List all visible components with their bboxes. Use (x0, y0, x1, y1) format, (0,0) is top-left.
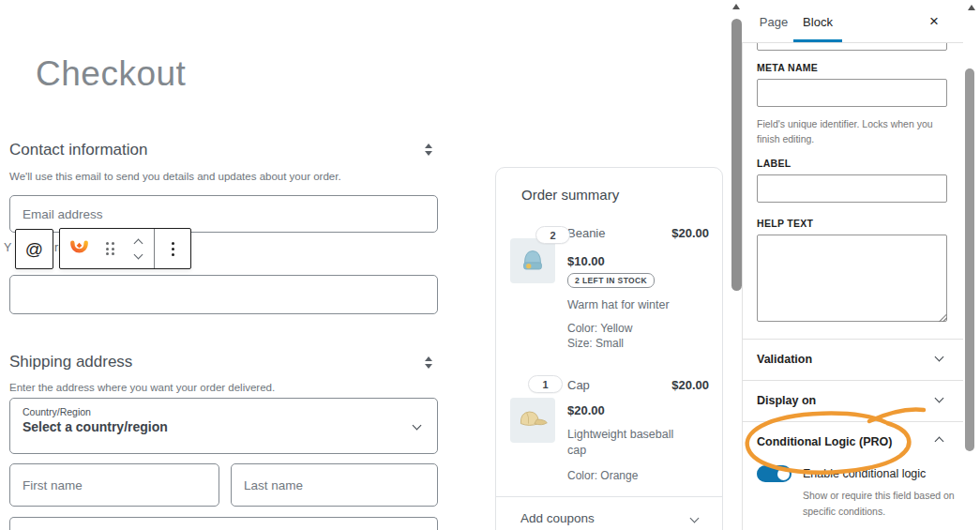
tab-block[interactable]: Block (793, 0, 842, 43)
order-summary-heading: Order summary (521, 187, 619, 203)
item-unit-price: $10.00 (567, 254, 605, 268)
stock-badge: 2 LEFT IN STOCK (567, 273, 655, 288)
item-unit-price: $20.00 (567, 403, 605, 417)
contact-description: We'll use this email to send you details… (9, 171, 341, 182)
partial-input[interactable] (9, 517, 438, 530)
email-input[interactable] (9, 195, 438, 233)
accordion-display-on[interactable]: Display on (742, 380, 963, 421)
email-block-type-button[interactable]: @ (15, 229, 53, 269)
beanie-illustration (517, 245, 549, 277)
label-label: LABEL (757, 158, 792, 169)
accordion-label: Validation (757, 353, 812, 366)
move-down-icon[interactable] (425, 151, 432, 156)
plugin-logo-icon (68, 236, 90, 261)
tab-page[interactable]: Page (755, 0, 792, 43)
contact-section-heading: Contact information (9, 141, 147, 159)
move-down-icon[interactable] (425, 364, 432, 369)
country-select-label: Country/Region (23, 406, 425, 417)
chevron-up-icon (935, 437, 944, 447)
add-coupons-label: Add coupons (520, 511, 595, 525)
first-name-input[interactable] (9, 463, 219, 507)
item-attribute: Size: Small (567, 336, 624, 352)
accordion-label: Display on (757, 394, 816, 407)
quantity-badge: 2 (535, 226, 570, 244)
enable-conditional-logic-toggle[interactable] (757, 465, 792, 482)
active-tab-indicator (793, 39, 842, 42)
shipping-section-heading: Shipping address (9, 353, 132, 371)
conditional-description: Show or require this field based on spec… (803, 488, 956, 520)
item-description: Lightweight baseball cap (567, 427, 680, 459)
at-symbol-icon: @ (25, 239, 43, 260)
block-toolbar (59, 228, 191, 269)
cap-illustration (516, 406, 550, 434)
accordion-validation[interactable]: Validation (742, 339, 963, 380)
chevron-down-icon (935, 394, 944, 403)
product-image-beanie (510, 238, 555, 283)
scroll-up-arrow[interactable] (968, 5, 975, 10)
product-image-cap (510, 398, 555, 443)
plugin-logo-button[interactable] (60, 229, 98, 268)
item-attribute: Color: Yellow (567, 321, 632, 337)
country-select-value: Select a country/region (23, 419, 425, 434)
country-select[interactable]: Country/Region Select a country/region (9, 398, 438, 454)
contact-reorder-control[interactable] (422, 144, 435, 156)
move-up-icon[interactable] (425, 356, 432, 361)
shipping-reorder-control[interactable] (422, 356, 435, 369)
order-summary-card: Order summary 2 Beanie $20.00 $10.00 2 L… (495, 167, 723, 530)
toggle-label: Enable conditional logic (803, 467, 926, 480)
drag-handle-icon (106, 242, 114, 255)
meta-name-help: Field's unique identifier. Locks when yo… (757, 116, 954, 147)
last-name-input[interactable] (231, 463, 438, 507)
shipping-description: Enter the address where you want your or… (9, 382, 275, 393)
sidebar-header: Page Block × (742, 0, 963, 43)
quantity-badge: 1 (528, 375, 563, 393)
chevron-down-icon (935, 353, 944, 362)
item-description: Warm hat for winter (567, 297, 708, 313)
block-mover[interactable] (123, 229, 154, 268)
accordion-label: Conditional Logic (PRO) (757, 435, 892, 448)
item-line-total: $20.00 (671, 226, 709, 240)
main-scrollbar-thumb[interactable] (731, 19, 742, 291)
obscured-text-fragment: Y (4, 241, 11, 254)
selected-field-input[interactable] (9, 275, 438, 314)
kebab-menu-icon (172, 242, 174, 256)
help-text-textarea[interactable] (757, 235, 947, 322)
help-text-label: HELP TEXT (757, 218, 813, 229)
sidebar-scrollbar-thumb[interactable] (965, 68, 974, 451)
item-attribute: Color: Orange (567, 468, 638, 484)
move-up-icon[interactable] (425, 144, 432, 148)
close-sidebar-button[interactable]: × (929, 11, 939, 32)
scroll-up-arrow[interactable] (732, 4, 740, 9)
item-name: Beanie (567, 226, 605, 240)
page-title: Checkout (36, 54, 186, 94)
block-options-button[interactable] (155, 229, 190, 268)
item-line-total: $20.00 (671, 378, 709, 392)
chevron-down-icon (690, 514, 700, 523)
item-name: Cap (567, 378, 590, 392)
label-input[interactable] (757, 174, 947, 203)
drag-handle[interactable] (98, 229, 123, 268)
add-coupons-row[interactable]: Add coupons (496, 496, 722, 530)
meta-name-label: META NAME (757, 62, 818, 73)
mover-icon (135, 240, 142, 258)
accordion-conditional-logic[interactable]: Conditional Logic (PRO) (742, 421, 963, 462)
resize-handle-icon[interactable] (938, 312, 947, 322)
meta-name-input[interactable] (757, 79, 947, 107)
